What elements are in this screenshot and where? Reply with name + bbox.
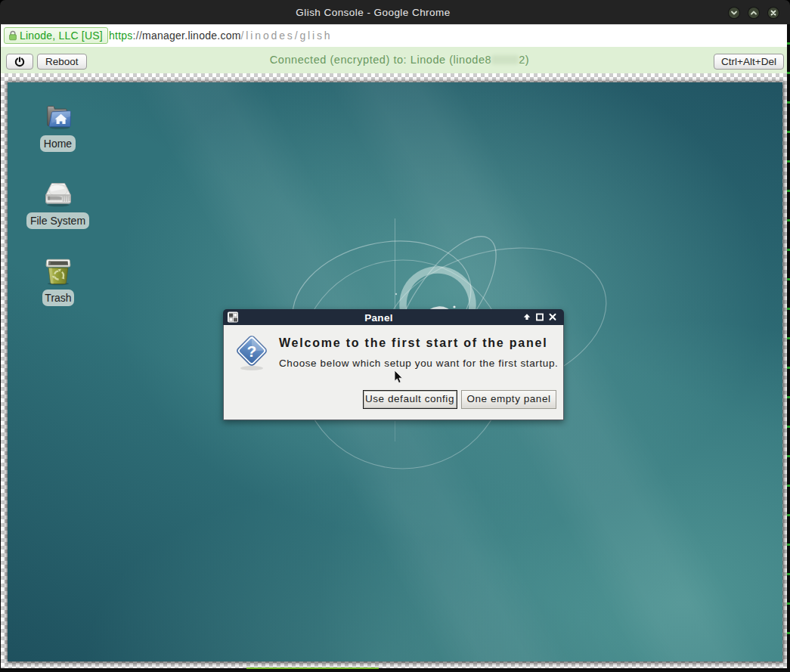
- svg-text:?: ?: [247, 342, 257, 360]
